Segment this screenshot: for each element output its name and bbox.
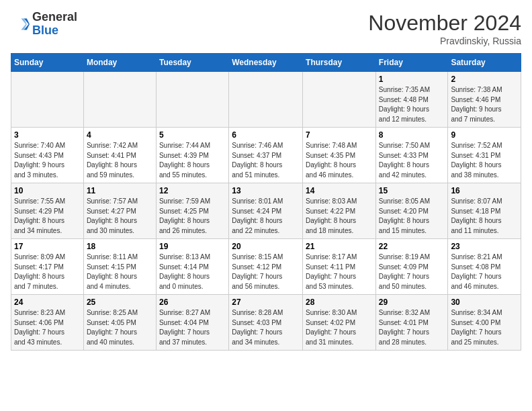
day-info: Sunrise: 7:35 AM Sunset: 4:48 PM Dayligh…: [379, 85, 445, 124]
day-number: 26: [159, 298, 226, 307]
calendar-cell-3-5: 22Sunrise: 8:19 AM Sunset: 4:09 PM Dayli…: [375, 239, 448, 295]
calendar-row-0: 1Sunrise: 7:35 AM Sunset: 4:48 PM Daylig…: [11, 72, 521, 128]
day-number: 29: [379, 298, 445, 307]
logo: General Blue: [11, 11, 77, 38]
day-number: 18: [87, 242, 153, 251]
day-info: Sunrise: 8:17 AM Sunset: 4:11 PM Dayligh…: [306, 253, 373, 291]
day-number: 28: [306, 298, 373, 307]
logo-text: General Blue: [32, 11, 77, 38]
location: Pravdinskiy, Russia: [368, 36, 521, 46]
logo-icon: [11, 15, 30, 34]
calendar-cell-3-4: 21Sunrise: 8:17 AM Sunset: 4:11 PM Dayli…: [303, 239, 376, 295]
calendar-cell-4-1: 25Sunrise: 8:25 AM Sunset: 4:05 PM Dayli…: [83, 295, 156, 351]
day-number: 10: [14, 186, 81, 195]
day-info: Sunrise: 7:55 AM Sunset: 4:29 PM Dayligh…: [14, 197, 81, 236]
calendar-cell-4-3: 27Sunrise: 8:28 AM Sunset: 4:03 PM Dayli…: [229, 295, 303, 351]
day-number: 27: [232, 298, 300, 307]
day-number: 15: [379, 186, 445, 195]
day-number: 11: [87, 186, 153, 195]
day-info: Sunrise: 7:44 AM Sunset: 4:39 PM Dayligh…: [159, 141, 226, 180]
day-number: 3: [14, 130, 81, 140]
calendar-cell-2-5: 15Sunrise: 8:05 AM Sunset: 4:20 PM Dayli…: [375, 183, 448, 239]
calendar-cell-1-6: 9Sunrise: 7:52 AM Sunset: 4:31 PM Daylig…: [448, 128, 521, 183]
day-info: Sunrise: 8:11 AM Sunset: 4:15 PM Dayligh…: [87, 253, 153, 291]
day-info: Sunrise: 8:25 AM Sunset: 4:05 PM Dayligh…: [87, 308, 153, 347]
day-number: 6: [232, 130, 300, 140]
calendar-cell-1-5: 8Sunrise: 7:50 AM Sunset: 4:33 PM Daylig…: [375, 128, 448, 183]
day-info: Sunrise: 7:52 AM Sunset: 4:31 PM Dayligh…: [451, 141, 518, 180]
calendar-cell-4-4: 28Sunrise: 8:30 AM Sunset: 4:02 PM Dayli…: [303, 295, 376, 351]
calendar-row-2: 10Sunrise: 7:55 AM Sunset: 4:29 PM Dayli…: [11, 183, 521, 239]
day-info: Sunrise: 7:42 AM Sunset: 4:41 PM Dayligh…: [87, 141, 153, 180]
day-info: Sunrise: 8:19 AM Sunset: 4:09 PM Dayligh…: [379, 253, 445, 291]
calendar-cell-0-5: 1Sunrise: 7:35 AM Sunset: 4:48 PM Daylig…: [375, 72, 448, 128]
day-info: Sunrise: 8:34 AM Sunset: 4:00 PM Dayligh…: [451, 308, 518, 347]
calendar-cell-2-4: 14Sunrise: 8:03 AM Sunset: 4:22 PM Dayli…: [303, 183, 376, 239]
day-number: 20: [232, 242, 300, 251]
calendar-cell-1-2: 5Sunrise: 7:44 AM Sunset: 4:39 PM Daylig…: [156, 128, 228, 183]
weekday-header-row: SundayMondayTuesdayWednesdayThursdayFrid…: [11, 54, 521, 72]
logo-line1: General: [32, 11, 77, 24]
calendar-cell-0-0: [11, 72, 84, 128]
day-info: Sunrise: 7:48 AM Sunset: 4:35 PM Dayligh…: [306, 141, 373, 180]
header: General Blue November 2024 Pravdinskiy, …: [11, 11, 521, 46]
calendar-cell-2-2: 12Sunrise: 7:59 AM Sunset: 4:25 PM Dayli…: [156, 183, 228, 239]
title-block: November 2024 Pravdinskiy, Russia: [368, 11, 521, 46]
day-info: Sunrise: 8:27 AM Sunset: 4:04 PM Dayligh…: [159, 308, 226, 347]
day-info: Sunrise: 8:32 AM Sunset: 4:01 PM Dayligh…: [379, 308, 445, 347]
day-number: 16: [451, 186, 518, 195]
calendar-cell-3-6: 23Sunrise: 8:21 AM Sunset: 4:08 PM Dayli…: [448, 239, 521, 295]
day-number: 24: [14, 298, 81, 307]
calendar-cell-4-5: 29Sunrise: 8:32 AM Sunset: 4:01 PM Dayli…: [375, 295, 448, 351]
day-number: 5: [159, 130, 226, 140]
calendar-cell-2-0: 10Sunrise: 7:55 AM Sunset: 4:29 PM Dayli…: [11, 183, 84, 239]
calendar-cell-1-0: 3Sunrise: 7:40 AM Sunset: 4:43 PM Daylig…: [11, 128, 84, 183]
calendar-cell-2-6: 16Sunrise: 8:07 AM Sunset: 4:18 PM Dayli…: [448, 183, 521, 239]
calendar-row-1: 3Sunrise: 7:40 AM Sunset: 4:43 PM Daylig…: [11, 128, 521, 183]
calendar-cell-4-2: 26Sunrise: 8:27 AM Sunset: 4:04 PM Dayli…: [156, 295, 228, 351]
day-info: Sunrise: 8:07 AM Sunset: 4:18 PM Dayligh…: [451, 197, 518, 236]
day-info: Sunrise: 8:23 AM Sunset: 4:06 PM Dayligh…: [14, 308, 81, 347]
weekday-header-wednesday: Wednesday: [229, 54, 303, 72]
day-info: Sunrise: 8:01 AM Sunset: 4:24 PM Dayligh…: [232, 197, 300, 236]
calendar-cell-2-3: 13Sunrise: 8:01 AM Sunset: 4:24 PM Dayli…: [229, 183, 303, 239]
calendar-row-4: 24Sunrise: 8:23 AM Sunset: 4:06 PM Dayli…: [11, 295, 521, 351]
weekday-header-friday: Friday: [375, 54, 448, 72]
day-number: 12: [159, 186, 226, 195]
calendar-cell-0-4: [303, 72, 376, 128]
day-number: 25: [87, 298, 153, 307]
day-number: 17: [14, 242, 81, 251]
day-info: Sunrise: 8:09 AM Sunset: 4:17 PM Dayligh…: [14, 253, 81, 291]
day-info: Sunrise: 7:38 AM Sunset: 4:46 PM Dayligh…: [451, 85, 518, 124]
logo-line2: Blue: [32, 24, 77, 38]
day-info: Sunrise: 7:57 AM Sunset: 4:27 PM Dayligh…: [87, 197, 153, 236]
calendar-cell-3-0: 17Sunrise: 8:09 AM Sunset: 4:17 PM Dayli…: [11, 239, 84, 295]
day-number: 13: [232, 186, 300, 195]
weekday-header-monday: Monday: [83, 54, 156, 72]
calendar-cell-1-1: 4Sunrise: 7:42 AM Sunset: 4:41 PM Daylig…: [83, 128, 156, 183]
calendar-cell-0-3: [229, 72, 303, 128]
calendar-cell-4-0: 24Sunrise: 8:23 AM Sunset: 4:06 PM Dayli…: [11, 295, 84, 351]
day-info: Sunrise: 7:46 AM Sunset: 4:37 PM Dayligh…: [232, 141, 300, 180]
day-info: Sunrise: 8:03 AM Sunset: 4:22 PM Dayligh…: [306, 197, 373, 236]
month-title: November 2024: [368, 11, 521, 36]
calendar-table: SundayMondayTuesdayWednesdayThursdayFrid…: [11, 53, 521, 351]
day-number: 2: [451, 75, 518, 84]
day-info: Sunrise: 7:59 AM Sunset: 4:25 PM Dayligh…: [159, 197, 226, 236]
day-info: Sunrise: 8:15 AM Sunset: 4:12 PM Dayligh…: [232, 253, 300, 291]
day-info: Sunrise: 8:05 AM Sunset: 4:20 PM Dayligh…: [379, 197, 445, 236]
calendar-cell-0-1: [83, 72, 156, 128]
day-number: 22: [379, 242, 445, 251]
day-info: Sunrise: 8:28 AM Sunset: 4:03 PM Dayligh…: [232, 308, 300, 347]
calendar-cell-3-2: 19Sunrise: 8:13 AM Sunset: 4:14 PM Dayli…: [156, 239, 228, 295]
calendar-cell-2-1: 11Sunrise: 7:57 AM Sunset: 4:27 PM Dayli…: [83, 183, 156, 239]
day-number: 4: [87, 130, 153, 140]
calendar-cell-3-1: 18Sunrise: 8:11 AM Sunset: 4:15 PM Dayli…: [83, 239, 156, 295]
calendar-row-3: 17Sunrise: 8:09 AM Sunset: 4:17 PM Dayli…: [11, 239, 521, 295]
day-number: 14: [306, 186, 373, 195]
day-number: 9: [451, 130, 518, 140]
calendar-cell-1-3: 6Sunrise: 7:46 AM Sunset: 4:37 PM Daylig…: [229, 128, 303, 183]
day-number: 8: [379, 130, 445, 140]
calendar-cell-1-4: 7Sunrise: 7:48 AM Sunset: 4:35 PM Daylig…: [303, 128, 376, 183]
day-info: Sunrise: 8:30 AM Sunset: 4:02 PM Dayligh…: [306, 308, 373, 347]
